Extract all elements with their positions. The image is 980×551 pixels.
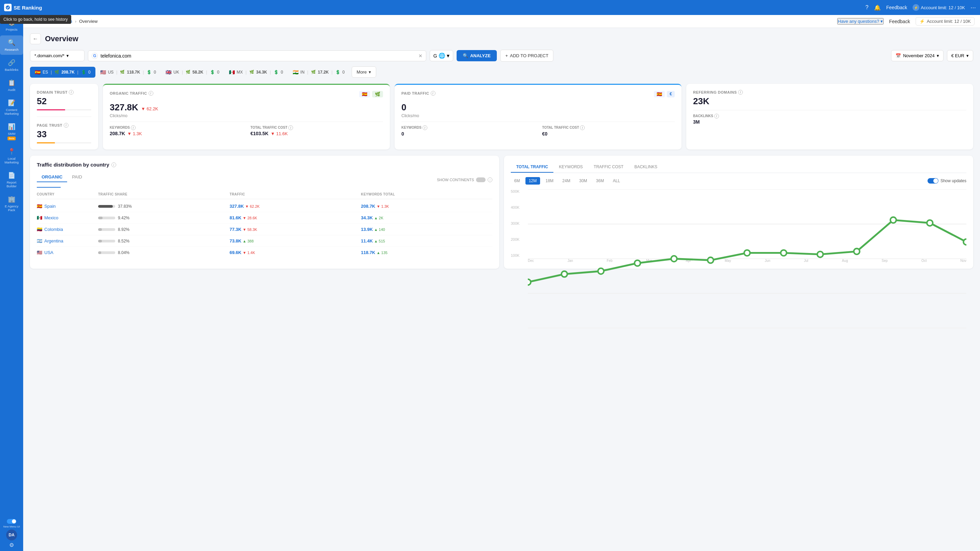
page-trust-value: 33 bbox=[37, 129, 91, 140]
tab-traffic-cost[interactable]: TRAFFIC COST bbox=[588, 162, 629, 173]
paid-traffic-info[interactable]: i bbox=[431, 91, 436, 96]
country-tab-in[interactable]: 🇮🇳 IN | 🌿 17.2K | 💲 0 bbox=[288, 67, 350, 78]
currency-selector[interactable]: € EUR ▾ bbox=[947, 50, 973, 61]
time-18m[interactable]: 18M bbox=[542, 177, 557, 184]
notifications-button[interactable]: 🔔 bbox=[874, 5, 881, 11]
avatar-button[interactable]: DA bbox=[6, 530, 17, 540]
country-tab-mx[interactable]: 🇲🇽 MX | 🌿 34.3K | 💲 0 bbox=[224, 67, 288, 78]
sidebar-item-backlinks[interactable]: 🔗 Backlinks bbox=[0, 56, 23, 75]
paid-icon: 💲 bbox=[210, 70, 215, 75]
organic-flags: 🇪🇸 🌿 bbox=[359, 91, 383, 97]
leaf-icon: 🌿 bbox=[120, 70, 125, 74]
backlinks-info[interactable]: i bbox=[714, 114, 719, 119]
feedback-breadcrumb-button[interactable]: Feedback bbox=[889, 19, 910, 24]
paid-keywords-col: KEYWORDS i 0 bbox=[401, 125, 534, 137]
dot-1 bbox=[528, 279, 531, 285]
tab-total-traffic[interactable]: TOTAL TRAFFIC bbox=[511, 162, 554, 173]
tab-backlinks[interactable]: BACKLINKS bbox=[629, 162, 663, 173]
add-project-button[interactable]: + ADD TO PROJECT bbox=[500, 50, 554, 62]
organic-traffic-label: ORGANIC TRAFFIC i bbox=[110, 91, 153, 96]
referring-info[interactable]: i bbox=[738, 90, 743, 95]
usa-share-bar: 8.04% bbox=[98, 250, 230, 255]
paid-keywords-info[interactable]: i bbox=[423, 125, 427, 130]
page-trust-section: PAGE TRUST i 33 bbox=[37, 123, 91, 143]
new-menu-toggle[interactable] bbox=[7, 519, 16, 524]
bar-fill-spain bbox=[98, 205, 113, 208]
sidebar-item-research[interactable]: 🔍 Research bbox=[0, 35, 23, 55]
country-spain[interactable]: 🇪🇸 Spain bbox=[37, 204, 98, 209]
paid-flags: 🇪🇸 € bbox=[654, 91, 675, 97]
organic-tab[interactable]: ORGANIC bbox=[37, 172, 67, 182]
tab-code-in: IN bbox=[301, 70, 305, 75]
time-6m[interactable]: 6M bbox=[511, 177, 523, 184]
more-topbar-button[interactable]: ⋯ bbox=[970, 5, 976, 11]
es-paid: 0 bbox=[88, 70, 91, 75]
domain-search-input[interactable] bbox=[100, 53, 416, 59]
traffic-dist-info[interactable]: i bbox=[111, 162, 116, 167]
time-all[interactable]: ALL bbox=[609, 177, 623, 184]
show-updates-track[interactable] bbox=[928, 178, 939, 184]
domain-trust-value: 52 bbox=[37, 96, 91, 106]
agency-icon: 🏢 bbox=[8, 195, 15, 203]
show-continents-toggle: SHOW CONTINENTS i bbox=[437, 178, 492, 182]
country-argentina[interactable]: 🇦🇷 Argentina bbox=[37, 238, 98, 243]
country-mexico[interactable]: 🇲🇽 Mexico bbox=[37, 215, 98, 220]
time-30m[interactable]: 30M bbox=[576, 177, 590, 184]
tabs-and-controls: ORGANIC PAID SHOW CONTINENTS i bbox=[37, 172, 492, 187]
keywords-info[interactable]: i bbox=[131, 125, 135, 130]
logo: SE Ranking bbox=[4, 4, 42, 11]
cost-info[interactable]: i bbox=[288, 125, 293, 130]
country-tab-es[interactable]: 🇪🇸 ES | 🌿 208.7K | 💲 0 bbox=[30, 67, 95, 78]
page-trust-info[interactable]: i bbox=[64, 123, 68, 128]
country-tab-us[interactable]: 🇺🇸 US | 🌿 118.7K | 💲 0 bbox=[95, 67, 161, 78]
usa-keywords: 118.7K ▲ 135 bbox=[361, 250, 492, 255]
sidebar-item-local-marketing[interactable]: 📍 Local Marketing bbox=[0, 144, 23, 168]
have-questions-button[interactable]: Have any questions? ▾ bbox=[837, 18, 884, 24]
sidebar-item-audit[interactable]: 📋 Audit bbox=[0, 76, 23, 95]
clear-input-button[interactable]: ✕ bbox=[418, 53, 423, 59]
feedback-button[interactable]: Feedback bbox=[886, 5, 907, 10]
help-button[interactable]: ? bbox=[865, 5, 869, 11]
continents-info[interactable]: i bbox=[488, 178, 492, 182]
paid-cost-info[interactable]: i bbox=[580, 125, 585, 130]
chart-y-labels: 500K 400K 300K 200K 100K bbox=[511, 189, 520, 257]
backlinks-icon: 🔗 bbox=[8, 59, 15, 67]
colombia-kw-change: ▲ 140 bbox=[374, 227, 385, 232]
us-paid: 0 bbox=[154, 70, 156, 75]
time-12m[interactable]: 12M bbox=[525, 177, 540, 184]
sidebar-item-agency-pack[interactable]: 🏢 E Agency Pack bbox=[0, 192, 23, 215]
tab-keywords[interactable]: KEYWORDS bbox=[554, 162, 588, 173]
time-36m[interactable]: 36M bbox=[593, 177, 607, 184]
country-tab-uk[interactable]: 🇬🇧 UK | 🌿 58.2K | 💲 0 bbox=[161, 67, 224, 78]
more-countries-button[interactable]: More ▾ bbox=[352, 67, 377, 78]
y-label-500k: 500K bbox=[511, 189, 520, 194]
engine-selector[interactable]: G 🌐 ▾ bbox=[430, 50, 453, 61]
sidebar-item-report-builder[interactable]: 📄 Report Builder bbox=[0, 168, 23, 191]
argentina-traffic-change: ▲ 388 bbox=[243, 239, 253, 243]
local-icon: 📍 bbox=[8, 148, 15, 155]
flag-in: 🇮🇳 bbox=[293, 70, 299, 75]
usa-share-pct: 8.04% bbox=[118, 250, 129, 255]
sidebar-item-smm[interactable]: 📊 SMM Beta bbox=[0, 119, 23, 144]
sidebar-item-content-marketing[interactable]: 📝 Content Marketing bbox=[0, 96, 23, 119]
time-24m[interactable]: 24M bbox=[559, 177, 573, 184]
flag-es: 🇪🇸 bbox=[35, 70, 41, 75]
domain-selector[interactable]: *.domain.com/* ▾ bbox=[30, 50, 84, 61]
sidebar-item-label: Audit bbox=[8, 88, 15, 92]
domain-trust-info[interactable]: i bbox=[69, 90, 73, 95]
continents-toggle-track[interactable] bbox=[476, 178, 485, 182]
date-selector[interactable]: 📅 November 2024 ▾ bbox=[891, 50, 943, 61]
analyze-button[interactable]: 🔍 ANALYZE bbox=[457, 50, 497, 61]
engine-chevron: ▾ bbox=[447, 52, 449, 59]
organic-traffic-info[interactable]: i bbox=[149, 91, 153, 96]
country-usa[interactable]: 🇺🇸 USA bbox=[37, 250, 98, 255]
chart-card: TOTAL TRAFFIC KEYWORDS TRAFFIC COST BACK… bbox=[504, 156, 973, 269]
back-button[interactable]: ← bbox=[30, 33, 41, 44]
paid-tab[interactable]: PAID bbox=[67, 172, 87, 182]
usa-traffic-val: 69.6K bbox=[230, 250, 242, 255]
google-g-icon: G bbox=[92, 53, 98, 59]
flag-colombia: 🇨🇴 bbox=[37, 227, 42, 232]
report-icon: 📄 bbox=[8, 171, 15, 179]
settings-button[interactable]: ⚙ bbox=[9, 542, 14, 548]
country-colombia[interactable]: 🇨🇴 Colombia bbox=[37, 227, 98, 232]
